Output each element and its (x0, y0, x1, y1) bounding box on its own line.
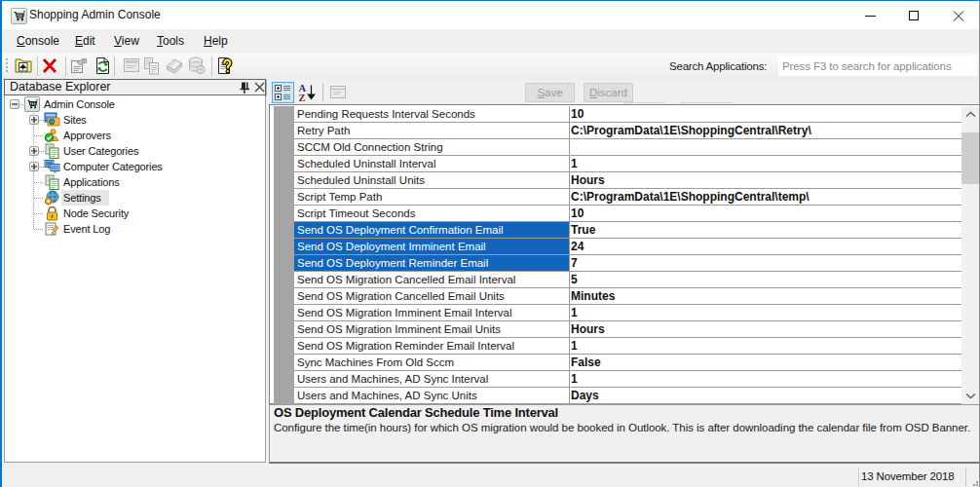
svg-text:Z: Z (299, 93, 306, 103)
